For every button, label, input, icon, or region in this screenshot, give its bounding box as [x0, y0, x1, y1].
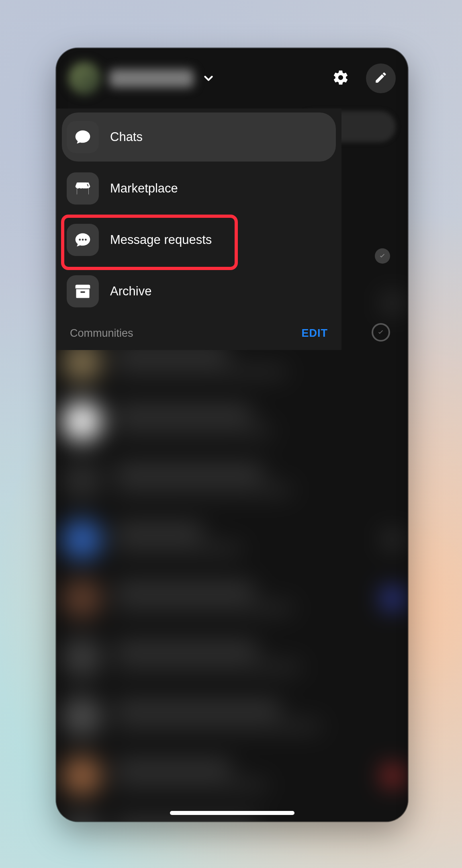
app-header — [56, 48, 408, 108]
chevron-down-icon[interactable] — [200, 70, 217, 87]
storefront-icon — [67, 172, 99, 205]
menu-item-archive[interactable]: Archive — [62, 267, 336, 316]
settings-button[interactable] — [326, 63, 356, 93]
account-dropdown-menu: Chats Marketplace Message requests Archi… — [56, 108, 341, 350]
menu-item-marketplace[interactable]: Marketplace — [62, 164, 336, 213]
menu-item-label: Archive — [110, 284, 151, 299]
phone-frame: Chats Marketplace Message requests Archi… — [56, 48, 408, 821]
chat-bubble-icon — [67, 121, 99, 153]
edit-button[interactable]: EDIT — [301, 327, 328, 340]
avatar — [68, 62, 101, 95]
communities-section-header: Communities EDIT — [62, 318, 336, 341]
menu-item-message-requests[interactable]: Message requests — [62, 215, 336, 264]
compose-button[interactable] — [366, 63, 396, 93]
gear-icon — [332, 69, 349, 88]
section-label: Communities — [70, 327, 133, 340]
menu-item-label: Chats — [110, 130, 143, 144]
menu-item-label: Message requests — [110, 233, 212, 247]
archive-icon — [67, 275, 99, 307]
read-receipt-outline-icon — [372, 323, 390, 342]
profile-name-redacted — [109, 69, 194, 88]
home-indicator — [170, 811, 294, 815]
pencil-icon — [374, 71, 388, 86]
menu-item-label: Marketplace — [110, 181, 178, 196]
message-requests-icon — [67, 224, 99, 256]
menu-item-chats[interactable]: Chats — [62, 113, 336, 162]
profile-selector[interactable] — [68, 62, 194, 95]
read-receipt-icon — [375, 248, 390, 264]
